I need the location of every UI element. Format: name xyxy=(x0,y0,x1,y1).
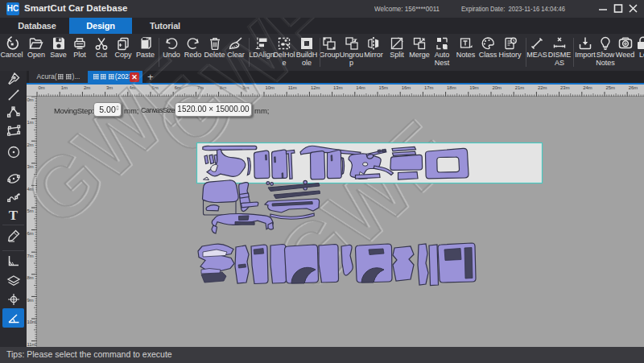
svg-text:23m: 23m xyxy=(560,85,570,90)
svg-text:2m: 2m xyxy=(27,142,34,147)
svg-text:8m: 8m xyxy=(220,85,226,90)
svg-text:10m: 10m xyxy=(266,85,275,90)
svg-text:8m: 8m xyxy=(27,275,34,280)
svg-text:3m: 3m xyxy=(27,164,34,169)
svg-text:17m: 17m xyxy=(424,85,434,90)
svg-text:22m: 22m xyxy=(538,85,547,90)
svg-text:1m: 1m xyxy=(61,85,68,90)
svg-text:25m: 25m xyxy=(606,85,616,90)
svg-text:4m: 4m xyxy=(129,85,135,90)
svg-text:13m: 13m xyxy=(333,85,343,90)
svg-text:15m: 15m xyxy=(379,85,389,90)
svg-text:14m: 14m xyxy=(356,85,365,90)
svg-text:10m: 10m xyxy=(27,320,37,324)
svg-text:6m: 6m xyxy=(27,231,34,236)
svg-text:5m: 5m xyxy=(27,208,34,213)
svg-text:12m: 12m xyxy=(311,85,320,90)
svg-text:11m: 11m xyxy=(288,85,297,90)
svg-text:24m: 24m xyxy=(583,85,592,90)
svg-text:18m: 18m xyxy=(447,85,456,90)
svg-text:4m: 4m xyxy=(27,187,34,192)
svg-text:7m: 7m xyxy=(27,254,34,258)
svg-text:21m: 21m xyxy=(515,85,525,90)
svg-text:19m: 19m xyxy=(469,85,479,90)
svg-text:9m: 9m xyxy=(242,85,249,90)
svg-text:16m: 16m xyxy=(402,85,411,90)
svg-text:2m: 2m xyxy=(84,85,90,90)
svg-text:6m: 6m xyxy=(175,85,181,90)
svg-text:11m: 11m xyxy=(27,342,36,347)
svg-text:26m: 26m xyxy=(629,85,638,90)
svg-text:3m: 3m xyxy=(106,85,113,90)
svg-text:7m: 7m xyxy=(197,85,204,90)
svg-text:9m: 9m xyxy=(27,298,34,303)
svg-text:20m: 20m xyxy=(493,85,502,90)
svg-text:0m: 0m xyxy=(27,97,34,102)
svg-text:1m: 1m xyxy=(27,120,34,125)
svg-text:5m: 5m xyxy=(152,85,159,90)
svg-text:0m: 0m xyxy=(39,85,45,90)
